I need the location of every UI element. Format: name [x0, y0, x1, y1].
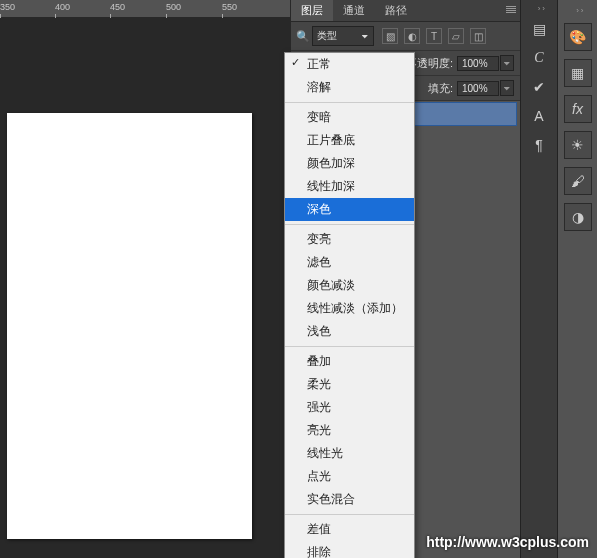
ruler-tick: 500 — [166, 2, 181, 12]
swatches-icon[interactable]: ✔ — [524, 74, 554, 100]
blend-mode-item[interactable]: 正常 — [285, 53, 414, 76]
color-icon[interactable]: 🎨 — [564, 23, 592, 51]
blend-mode-item[interactable]: 强光 — [285, 396, 414, 419]
blend-mode-item[interactable]: 线性减淡（添加） — [285, 297, 414, 320]
blend-mode-dropdown: 正常溶解变暗正片叠底颜色加深线性加深深色变亮滤色颜色减淡线性减淡（添加）浅色叠加… — [284, 52, 415, 558]
swatches-grid-icon[interactable]: ▦ — [564, 59, 592, 87]
menu-separator — [285, 224, 414, 225]
tab-layers[interactable]: 图层 — [291, 0, 333, 21]
side-icon-strip: ›› 🎨 ▦ fx ☀ 🖌 ◑ — [557, 0, 597, 558]
paragraph-icon[interactable]: ¶ — [524, 132, 554, 158]
tab-paths[interactable]: 路径 — [375, 0, 417, 21]
panel-tabs: 图层 通道 路径 — [291, 0, 520, 22]
ruler-tick: 400 — [55, 2, 70, 12]
horizontal-ruler: 350400450500550 — [0, 0, 290, 18]
blend-mode-item[interactable]: 叠加 — [285, 350, 414, 373]
styles-icon[interactable]: fx — [564, 95, 592, 123]
blend-mode-item[interactable]: 颜色加深 — [285, 152, 414, 175]
strip-grip-icon[interactable]: ›› — [527, 4, 547, 13]
layers-alt-icon[interactable]: ◑ — [564, 203, 592, 231]
blend-mode-item[interactable]: 滤色 — [285, 251, 414, 274]
artboard[interactable] — [7, 113, 252, 539]
char-panel-icon[interactable]: A — [524, 103, 554, 129]
blend-mode-item[interactable]: 变亮 — [285, 228, 414, 251]
fill-label: 填充: — [428, 81, 453, 96]
blend-mode-item[interactable]: 溶解 — [285, 76, 414, 99]
filter-shape-icon[interactable]: ▱ — [448, 28, 464, 44]
opacity-dropdown-icon[interactable]: ⏷ — [500, 55, 514, 71]
panel-menu-icon[interactable] — [506, 5, 516, 14]
blend-mode-item[interactable]: 点光 — [285, 465, 414, 488]
blend-mode-item[interactable]: 亮光 — [285, 419, 414, 442]
canvas-area — [0, 18, 290, 558]
tab-channels[interactable]: 通道 — [333, 0, 375, 21]
side-grip-icon[interactable]: ›› — [566, 6, 586, 15]
fill-dropdown-icon[interactable]: ⏷ — [500, 80, 514, 96]
blend-mode-item[interactable]: 线性加深 — [285, 175, 414, 198]
filter-pixel-icon[interactable]: ▧ — [382, 28, 398, 44]
menu-separator — [285, 346, 414, 347]
filter-smart-icon[interactable]: ◫ — [470, 28, 486, 44]
search-icon: 🔍 — [296, 30, 310, 43]
character-icon[interactable]: C — [524, 45, 554, 71]
ruler-tick: 350 — [0, 2, 15, 12]
fill-value[interactable]: 100% — [457, 81, 499, 96]
blend-mode-item[interactable]: 实色混合 — [285, 488, 414, 511]
filter-type-select[interactable]: 类型⏷ — [312, 26, 374, 46]
blend-mode-item[interactable]: 差值 — [285, 518, 414, 541]
blend-mode-item[interactable]: 柔光 — [285, 373, 414, 396]
ruler-tick: 550 — [222, 2, 237, 12]
history-icon[interactable]: ▤ — [524, 16, 554, 42]
ruler-tick: 450 — [110, 2, 125, 12]
blend-mode-item[interactable]: 变暗 — [285, 106, 414, 129]
blend-mode-item[interactable]: 线性光 — [285, 442, 414, 465]
blend-mode-item[interactable]: 浅色 — [285, 320, 414, 343]
filter-adjust-icon[interactable]: ◐ — [404, 28, 420, 44]
filter-type-icon[interactable]: T — [426, 28, 442, 44]
menu-separator — [285, 514, 414, 515]
brush-icon[interactable]: 🖌 — [564, 167, 592, 195]
menu-separator — [285, 102, 414, 103]
blend-mode-item[interactable]: 深色 — [285, 198, 414, 221]
blend-mode-item[interactable]: 排除 — [285, 541, 414, 558]
opacity-value[interactable]: 100% — [457, 56, 499, 71]
watermark-text: http://www.w3cplus.com — [426, 534, 589, 550]
layer-filter-row: 🔍 类型⏷ ▧ ◐ T ▱ ◫ — [291, 22, 520, 51]
adjustments-icon[interactable]: ☀ — [564, 131, 592, 159]
collapsed-panel-strip: ›› ▤ C ✔ A ¶ — [520, 0, 557, 558]
blend-mode-item[interactable]: 正片叠底 — [285, 129, 414, 152]
blend-mode-item[interactable]: 颜色减淡 — [285, 274, 414, 297]
